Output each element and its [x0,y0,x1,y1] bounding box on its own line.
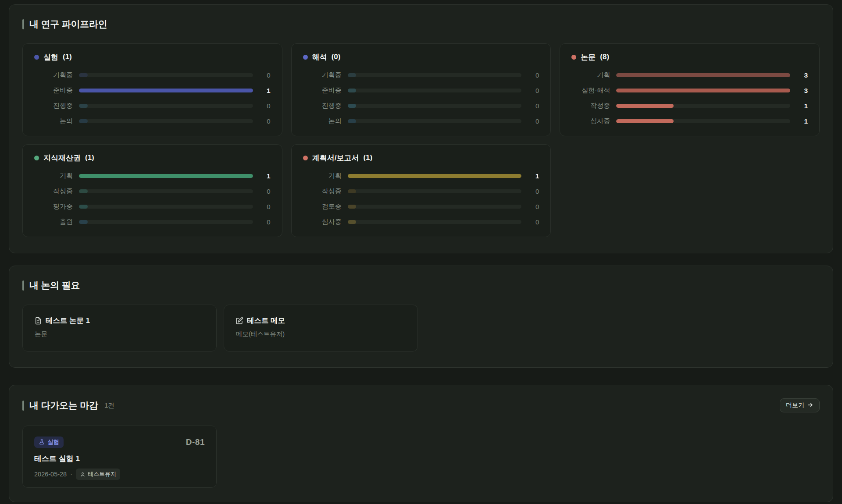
category-count: (8) [600,53,609,61]
category-dot [303,55,308,60]
pipeline-category-card[interactable]: 실험 (1) 기획중 0 준비중 1 진행중 0 논의 0 [22,43,282,136]
category-name: 계획서/보고서 [312,153,359,163]
status-label: 준비중 [303,86,342,95]
status-bar-track [348,89,522,92]
status-bar-track [79,189,253,193]
status-bar-fill [616,104,674,108]
status-value: 1 [796,117,808,125]
status-label: 기획 [303,172,342,180]
pipeline-category-card[interactable]: 해석 (0) 기획중 0 준비중 0 진행중 0 논의 0 [291,43,551,136]
status-bar-track [616,89,790,92]
status-value: 0 [528,188,539,195]
discussion-list: 테스트 논문 1 논문 테스트 메모 메모(테스트유저) [22,305,820,351]
status-label: 논의 [303,117,342,125]
category-count: (0) [332,53,341,61]
status-bar-track [79,104,253,108]
status-bar-fill [79,174,253,178]
status-value: 0 [528,218,539,226]
status-row: 작성중 1 [571,98,808,114]
discussion-card[interactable]: 테스트 논문 1 논문 [22,305,217,351]
deadline-card-top: 실험 D-81 [34,437,205,448]
pipeline-category-card[interactable]: 논문 (8) 기획 3 실험·해석 3 작성중 1 심사중 1 [560,43,820,136]
status-bar-fill [79,205,88,209]
status-label: 기획 [571,71,610,79]
dday-label: D-81 [186,437,205,447]
status-label: 실험·해석 [571,86,610,95]
deadline-title: 테스트 실험 1 [34,454,205,464]
status-row: 준비중 0 [303,83,539,98]
status-rows: 기획 1 작성중 0 검토중 0 심사중 0 [303,168,539,230]
category-dot [34,55,39,60]
status-value: 0 [528,203,539,210]
status-bar-fill [79,220,88,224]
status-row: 준비중 1 [34,83,271,98]
more-button[interactable]: 더보기 [780,398,820,412]
status-value: 0 [528,117,539,125]
accent-bar [22,280,24,291]
status-row: 기획 1 [34,168,271,184]
status-row: 평가중 0 [34,199,271,214]
status-bar-fill [348,104,357,108]
category-dot [34,156,39,160]
status-bar-fill [348,89,357,92]
type-badge: 실험 [34,437,64,448]
status-label: 준비중 [34,86,73,95]
status-row: 심사중 0 [303,214,539,230]
status-bar-track [348,205,522,209]
status-bar-fill [79,119,88,123]
category-count: (1) [63,53,72,61]
status-bar-fill [348,119,357,123]
status-bar-track [79,89,253,92]
status-value: 1 [259,87,271,95]
status-bar-track [616,104,790,108]
flask-icon [39,439,45,445]
status-value: 0 [259,218,271,226]
status-row: 기획중 0 [303,67,539,83]
status-value: 3 [796,71,808,79]
status-label: 검토중 [303,202,342,211]
status-label: 평가중 [34,202,73,211]
more-button-label: 더보기 [786,401,804,409]
status-label: 작성중 [303,187,342,195]
status-bar-fill [616,89,790,92]
deadline-date: 2026-05-28 [34,471,67,478]
status-row: 심사중 1 [571,114,808,129]
status-row: 기획 1 [303,168,539,184]
discussion-item-title: 테스트 논문 1 [46,316,90,326]
category-name: 지식재산권 [43,153,81,163]
meta-separator: · [70,471,72,478]
arrow-right-icon [807,402,813,409]
pipeline-category-card[interactable]: 지식재산권 (1) 기획 1 작성중 0 평가중 0 출원 0 [22,144,282,237]
category-header: 해석 (0) [303,52,539,62]
deadlines-panel: 내 다가오는 마감 1건 더보기 실험 D-81 테스트 실험 1 2026-0… [9,385,833,502]
status-bar-track [79,174,253,178]
status-label: 기획중 [303,71,342,79]
discussion-item-subtitle: 논문 [34,330,205,338]
status-rows: 기획중 0 준비중 0 진행중 0 논의 0 [303,67,539,129]
pipeline-header: 내 연구 파이프라인 [22,18,820,30]
owner-name: 테스트유저 [88,470,116,478]
status-label: 논의 [34,117,73,125]
status-bar-fill [348,220,357,224]
deadline-list: 실험 D-81 테스트 실험 1 2026-05-28 · 테스트유저 [22,426,820,488]
status-bar-track [348,220,522,224]
person-icon [80,472,86,477]
status-bar-fill [348,205,357,209]
deadline-card[interactable]: 실험 D-81 테스트 실험 1 2026-05-28 · 테스트유저 [22,426,217,488]
status-rows: 기획 1 작성중 0 평가중 0 출원 0 [34,168,271,230]
status-row: 진행중 0 [303,98,539,114]
status-label: 출원 [34,218,73,226]
owner-chip: 테스트유저 [76,469,120,480]
pipeline-category-card[interactable]: 계획서/보고서 (1) 기획 1 작성중 0 검토중 0 심사중 0 [291,144,551,237]
status-row: 작성중 0 [34,184,271,199]
status-value: 0 [528,87,539,94]
status-bar-fill [79,89,253,92]
status-bar-track [616,119,790,123]
discussion-card[interactable]: 테스트 메모 메모(테스트유저) [224,305,418,351]
category-header: 논문 (8) [571,52,808,62]
status-row: 출원 0 [34,214,271,230]
status-bar-fill [616,73,790,77]
status-bar-track [79,220,253,224]
status-bar-fill [79,104,88,108]
discussion-item-subtitle: 메모(테스트유저) [235,330,406,338]
